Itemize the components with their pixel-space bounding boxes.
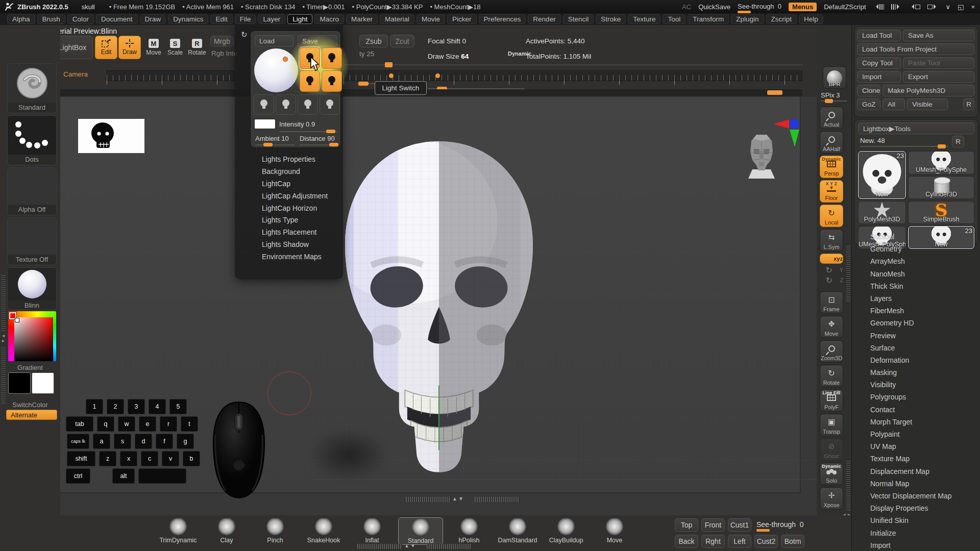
import-button[interactable]: Import: [857, 71, 901, 83]
shelf-button[interactable]: Line Fill PolyF: [820, 389, 843, 412]
color-picker-sv-area[interactable]: [14, 317, 53, 361]
shelf-button[interactable]: xyz: [820, 254, 843, 264]
light-menu-item[interactable]: LightCap Adjustment: [262, 192, 328, 200]
tray-divider-arrows[interactable]: ▲▼: [452, 496, 464, 502]
goz-all-button[interactable]: All: [883, 98, 905, 110]
load-tool-button[interactable]: Load Tool: [857, 30, 901, 41]
ambient-track[interactable]: [255, 144, 295, 145]
shelf-button[interactable]: Rotate: [820, 365, 843, 387]
view-nav-button[interactable]: Top: [675, 518, 698, 532]
view-nav-button[interactable]: Cust2: [754, 535, 778, 548]
spix-slider[interactable]: SPix 3: [821, 91, 840, 99]
shelf-button[interactable]: Zoom3D: [820, 340, 843, 363]
menu-item[interactable]: Movie: [416, 14, 445, 24]
menu-item[interactable]: Tool: [663, 14, 685, 24]
menu-item[interactable]: Color: [67, 14, 94, 24]
goz-r-button[interactable]: R: [963, 98, 974, 110]
shelf-button[interactable]: Xpose: [820, 487, 843, 510]
mrgb-button[interactable]: Mrgb: [210, 36, 234, 46]
light-menu-item[interactable]: Environment Maps: [262, 253, 328, 261]
tool-section-item[interactable]: Subtool: [870, 233, 952, 241]
view-nav-button[interactable]: Rght: [701, 535, 725, 548]
save-as-button[interactable]: Save As: [903, 30, 974, 41]
distance-slider[interactable]: Distance 90: [300, 135, 335, 142]
copy-tool-button[interactable]: Copy Tool: [857, 57, 901, 69]
view-nav-button[interactable]: Cust1: [728, 518, 751, 532]
dock-left-icon[interactable]: [909, 4, 920, 9]
draw-button[interactable]: Draw: [118, 36, 141, 59]
tool-section-item[interactable]: Displacement Map: [870, 467, 952, 475]
alternate-button[interactable]: Alternate: [6, 410, 57, 420]
light-switch-6[interactable]: [276, 94, 296, 115]
menu-item[interactable]: Preferences: [479, 14, 526, 24]
close-button[interactable]: ×: [971, 3, 975, 11]
menu-item[interactable]: Edit: [210, 14, 232, 24]
quicksave-slider[interactable]: New. 48: [860, 137, 885, 144]
tool-section-item[interactable]: FiberMesh: [870, 307, 952, 315]
lightbox-tools-button[interactable]: Lightbox▶Tools: [858, 122, 974, 134]
light-switch-2[interactable]: [322, 47, 342, 69]
shelf-button[interactable]: AAHalf: [820, 131, 843, 154]
z-intensity-slider[interactable]: ty 25: [359, 50, 374, 58]
light-menu-item[interactable]: Lights Placement: [262, 228, 328, 236]
shelf-button[interactable]: Local: [820, 205, 843, 227]
light-position-dot[interactable]: [283, 57, 288, 62]
edit-button[interactable]: Edit: [95, 36, 117, 59]
light-switch-8[interactable]: [320, 94, 340, 115]
tool-section-item[interactable]: Texture Map: [870, 455, 952, 463]
stroke-preview-dots[interactable]: Dots: [7, 115, 57, 165]
minimize-button[interactable]: ∨: [946, 3, 951, 11]
switchcolor-label[interactable]: SwitchColor: [0, 401, 60, 409]
menu-item[interactable]: Macro: [314, 14, 344, 24]
tool-thumbnail[interactable]: S SimpleBrush: [908, 201, 974, 224]
shelf-button[interactable]: Transp: [820, 414, 843, 436]
tray-divider-arrows[interactable]: ▲▼: [404, 543, 416, 548]
tool-section-item[interactable]: ArrayMesh: [870, 257, 952, 265]
bpr-render-button[interactable]: BPR: [823, 66, 846, 89]
make-polymesh3d-button[interactable]: Make PolyMesh3D: [883, 85, 974, 96]
quicksave-track[interactable]: [860, 146, 948, 147]
tool-section-item[interactable]: Unified Skin: [870, 516, 952, 524]
gradient-label[interactable]: Gradient: [0, 364, 60, 371]
collapse-left-tray-icon[interactable]: [873, 4, 884, 10]
timeline-ruler-right[interactable]: [343, 70, 802, 81]
light-menu-item[interactable]: Lights Type: [262, 216, 328, 224]
menu-item[interactable]: Picker: [447, 14, 477, 24]
spix-handle[interactable]: [825, 99, 833, 103]
menu-item[interactable]: Marker: [346, 14, 378, 24]
scale-button[interactable]: SScale: [164, 36, 186, 59]
tool-section-item[interactable]: Contact: [870, 406, 952, 414]
axis-gizmo[interactable]: [769, 113, 804, 149]
light-switch-7[interactable]: [298, 94, 318, 115]
quicksave-handle[interactable]: [938, 144, 946, 148]
light-switch-4[interactable]: [322, 70, 342, 92]
tool-section-item[interactable]: Surface: [870, 344, 952, 352]
menu-item[interactable]: Draw: [140, 14, 166, 24]
light-menu-item[interactable]: Lights Properties: [262, 155, 328, 163]
default-zscript-button[interactable]: DefaultZScript: [824, 3, 866, 11]
menu-item[interactable]: Light: [287, 14, 312, 24]
quicksave-button[interactable]: QuickSave: [698, 3, 730, 11]
material-preview-blinn[interactable]: Blinn: [7, 267, 57, 310]
refresh-palette-icon[interactable]: ↻: [241, 30, 248, 39]
shelf-button[interactable]: L.Sym: [820, 229, 843, 252]
tool-section-item[interactable]: Initialize: [870, 529, 952, 537]
tool-section-item[interactable]: Layers: [870, 294, 952, 303]
tool-section-item[interactable]: Preview: [870, 332, 952, 340]
tool-thumbnail[interactable]: PolyMesh3D: [858, 201, 906, 224]
tool-section-item[interactable]: Normal Map: [870, 480, 952, 488]
menu-item[interactable]: Stroke: [596, 14, 626, 24]
intensity-slider[interactable]: Intensity 0.9: [279, 120, 315, 128]
timeline-marker-1[interactable]: [389, 73, 394, 78]
zcut-button[interactable]: Zcut: [390, 35, 414, 47]
intensity-track[interactable]: [279, 131, 337, 132]
shelf-button[interactable]: Dynamic Solo: [820, 463, 843, 485]
main-color-swatch[interactable]: [8, 372, 31, 394]
tool-section-item[interactable]: Morph Target: [870, 418, 952, 426]
light-menu-item[interactable]: LightCap: [262, 180, 328, 188]
collapse-right-tray-icon[interactable]: [891, 4, 902, 10]
brush-slot[interactable]: TrimDynamic: [156, 517, 201, 545]
shelf-button[interactable]: Actual: [820, 107, 843, 129]
menu-item[interactable]: Layer: [258, 14, 285, 24]
canvas-hscroll-handle[interactable]: [767, 90, 782, 95]
